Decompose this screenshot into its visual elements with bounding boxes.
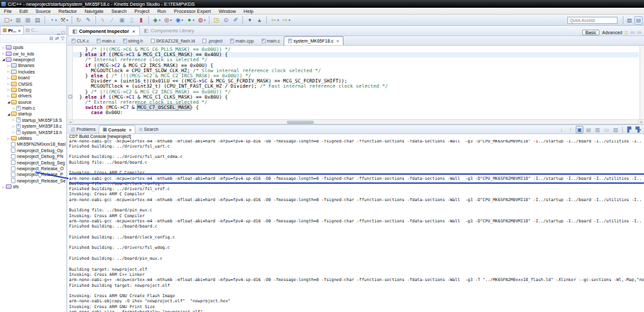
tab-components-library[interactable]: ◧ Components Library [140, 26, 198, 35]
tab-project-explorer[interactable]: ▧ Pr... ✕ [0, 26, 24, 34]
annotate-button[interactable]: ✐ [231, 15, 240, 24]
menu-navigate[interactable]: Navigate [81, 8, 108, 15]
advanced-mode-button[interactable]: Advanced [602, 30, 622, 35]
run-button[interactable]: ●▾ [184, 15, 196, 24]
console-output[interactable]: arm-none-eabi-gcc -mcpu=cortex-m4 -mthum… [69, 140, 644, 312]
editor-tab--project[interactable]: .project [199, 36, 226, 45]
tab-cpp-projects[interactable]: ▨ C... [24, 26, 41, 34]
link-with-editor-button[interactable]: ⇄ [55, 36, 59, 41]
close-icon[interactable]: ✕ [128, 128, 132, 132]
expand-arrow-icon[interactable]: ▷ [6, 88, 11, 92]
pin-console-button[interactable]: ▧ [612, 126, 620, 133]
menu-window[interactable]: Window [215, 8, 240, 15]
tree-item-main-c[interactable]: ▷main.c [0, 105, 66, 111]
tree-item-newproject-debug-seg[interactable]: newproject_Debug_Seg [0, 159, 66, 165]
tree-item-board[interactable]: ▷board [0, 75, 66, 81]
tree-item-drivers[interactable]: ▷drivers [0, 93, 66, 99]
editor-tab-string-h[interactable]: string.h [119, 36, 147, 45]
expand-arrow-icon[interactable]: ▷ [6, 82, 11, 86]
menu-edit[interactable]: Edit [15, 8, 32, 15]
editor-tab-skeaz128-flash-ld[interactable]: SKEAZ128_flash.ld [147, 36, 199, 45]
next-annotation-button[interactable]: ▾ [245, 15, 255, 24]
menu-source[interactable]: Source [32, 8, 55, 15]
open-perspective-button[interactable]: ▧ [625, 16, 634, 24]
expand-arrow-icon[interactable]: ▷ [1, 46, 6, 50]
pause-button[interactable]: ▯ [127, 15, 137, 24]
menu-search[interactable]: Search [108, 8, 131, 15]
code-editor[interactable]: } /* (!((MCG->C6 & MCG_C6_PLLS_MASK) == … [68, 46, 644, 119]
menu-processor-expert[interactable]: Processor Expert [170, 8, 215, 15]
tree-item-newproject-debug-op[interactable]: newproject_Debug_Op [0, 148, 66, 153]
new-document-icon[interactable]: ▯ [625, 30, 627, 35]
clear-console-button[interactable]: ▭ [603, 126, 610, 133]
editor-tab-main-c[interactable]: main.c [258, 36, 284, 45]
collapse-arrow-icon[interactable]: ◢ [6, 100, 11, 104]
expand-arrow-icon[interactable]: ▷ [6, 70, 11, 73]
tree-item-startup[interactable]: ◢startup [0, 111, 66, 117]
editor-tab-clk-c[interactable]: CLK.c [68, 36, 93, 45]
expand-arrow-icon[interactable]: ▷ [12, 118, 16, 122]
save-all-button[interactable]: ▩ [23, 15, 33, 24]
cpp-perspective-button[interactable]: ▤ [634, 16, 643, 24]
view-menu-button[interactable]: ▽ [61, 36, 64, 41]
collapse-arrow-icon[interactable]: ◢ [1, 57, 6, 61]
tree-item-sfs[interactable]: ▷sfs [0, 184, 66, 190]
save-button[interactable]: ▦ [14, 15, 23, 24]
tree-item-cmsis[interactable]: ▷CMSIS [0, 81, 66, 86]
forward-button[interactable]: ⇨▾ [280, 15, 292, 24]
editor-tab-system-mk65f18-c[interactable]: system_MK65F18.c✕ [284, 36, 344, 45]
back-arrow-icon[interactable]: ⇦ [630, 30, 635, 35]
expand-arrow-icon[interactable]: ▷ [6, 76, 11, 80]
new-file-button[interactable]: ▢▾ [2, 15, 14, 24]
prev-error-button[interactable]: ↑ [567, 126, 574, 133]
word-wrap-button[interactable]: ▥ [594, 126, 601, 133]
tree-item-system-mk65f18-c[interactable]: ▷system_MK65F18.c [0, 123, 66, 129]
tree-item-source[interactable]: ◢source [0, 99, 66, 105]
tab-problems[interactable]: ◰Problems [68, 125, 99, 133]
tree-item-startup-mk65f18-s[interactable]: ▷startup_MK65F18.S [0, 117, 66, 123]
expand-arrow-icon[interactable]: ▷ [1, 185, 6, 189]
menu-help[interactable]: Help [240, 8, 257, 15]
forward-arrow-icon[interactable]: ⇨ [637, 30, 641, 35]
scroll-right-arrow[interactable]: ▸ [638, 120, 644, 124]
tree-item-newproject[interactable]: ◢newproject [0, 57, 66, 63]
editor-tab-main-c[interactable]: main.c [93, 36, 119, 45]
expand-arrow-icon[interactable]: ▷ [12, 124, 16, 128]
close-icon[interactable]: ✕ [17, 28, 21, 33]
expand-arrow-icon[interactable]: ▷ [12, 106, 16, 110]
tree-item-includes[interactable]: ▷Includes [0, 69, 66, 75]
close-icon[interactable]: ✕ [132, 29, 135, 34]
skip-breakpoints-button[interactable]: ◔▾ [47, 15, 59, 24]
scroll-left-arrow[interactable]: ◂ [68, 120, 73, 124]
close-icon[interactable]: ✕ [336, 39, 339, 43]
editor-tab-main-cpp[interactable]: main.cpp [226, 36, 257, 45]
quick-access-input[interactable]: Quick Access [567, 17, 618, 24]
pe-chip-button[interactable]: ▣ [117, 15, 127, 24]
tree-item-newproject-debug-pn[interactable]: newproject_Debug_PN [0, 153, 66, 159]
tree-item-binaries[interactable]: ▷Binaries [0, 63, 66, 68]
maximize-panel-button[interactable]: ▢ [61, 30, 65, 34]
display-console-button[interactable]: ▛ [625, 126, 633, 133]
pe-lightning-button[interactable]: ϟ [98, 15, 108, 24]
terminate-button[interactable]: ▮ [137, 15, 146, 24]
menu-run[interactable]: Run [153, 8, 170, 15]
print-button[interactable]: ▤ [33, 15, 43, 24]
tab-component-inspector[interactable]: ◧ Component Inspector ✕ [68, 26, 140, 35]
show-console-on-output-button[interactable]: ▣ [576, 126, 583, 133]
prev-annotation-button[interactable]: ▴ [255, 15, 264, 24]
expand-arrow-icon[interactable]: ▷ [6, 64, 11, 68]
tree-item-system-mk65f18-h[interactable]: ▷system_MK65F18.h [0, 129, 66, 135]
new-connection-button[interactable]: ↻ [74, 15, 84, 24]
collapse-arrow-icon[interactable]: ◢ [6, 112, 11, 116]
tab-console[interactable]: ▣Console✕ [99, 125, 135, 133]
next-error-button[interactable]: ↓ [558, 126, 565, 133]
expand-arrow-icon[interactable]: ▷ [6, 94, 11, 98]
scrollbar-thumb[interactable] [287, 121, 314, 124]
pin-editor-button[interactable]: ✎ [84, 15, 93, 24]
external-tools-button[interactable]: ◍▾ [196, 15, 208, 24]
scroll-lock-button[interactable]: ▤ [585, 126, 592, 133]
search-button[interactable]: ⊙ [221, 15, 231, 24]
basic-mode-button[interactable]: Basic [582, 30, 600, 35]
open-console-button[interactable]: ▜▾ [634, 126, 642, 133]
open-type-button[interactable]: ◳ [211, 15, 221, 24]
